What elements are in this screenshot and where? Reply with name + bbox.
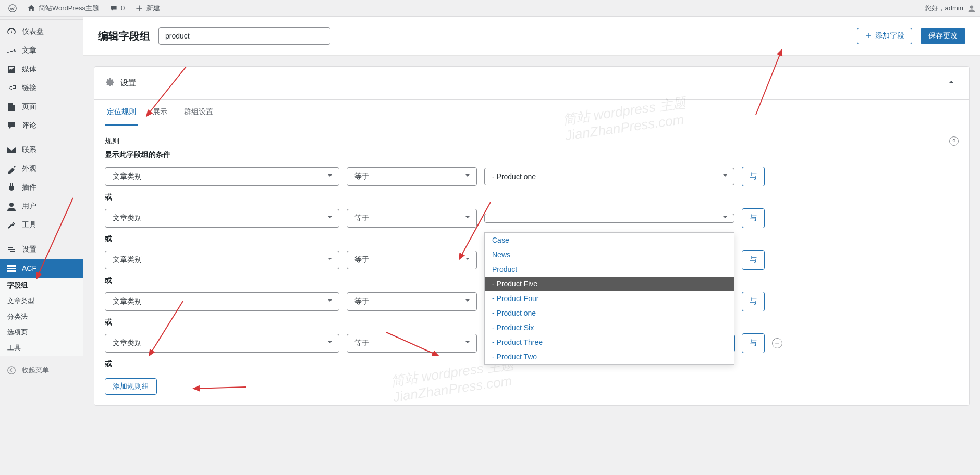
new-content-link[interactable]: 新建 [131, 0, 164, 17]
help-icon[interactable]: ? [949, 136, 959, 146]
panel-collapse-toggle[interactable] [944, 75, 959, 91]
rules-subtitle: 显示此字段组的条件 [105, 150, 959, 159]
and-button[interactable]: 与 [742, 292, 765, 311]
plus-icon [865, 32, 872, 41]
and-button[interactable]: 与 [742, 208, 765, 228]
rule-operator-select[interactable]: 等于 [347, 251, 477, 269]
collapse-icon [6, 365, 17, 376]
rule-param-select[interactable]: 文章类别 [105, 209, 339, 228]
tab-location-rules[interactable]: 定位规则 [105, 100, 138, 126]
add-field-label: 添加字段 [875, 31, 904, 41]
site-home-link[interactable]: 简站WordPress主题 [23, 0, 103, 17]
plus-icon [135, 4, 143, 12]
settings-panel: 设置 定位规则 展示 群组设置 规则 ? 显示此字段组的条件 文章类别等于- P… [94, 66, 970, 406]
add-rule-group-button[interactable]: 添加规则组 [105, 378, 157, 395]
rule-operator-select[interactable]: 等于 [347, 167, 477, 186]
wp-logo[interactable] [4, 0, 21, 17]
and-button[interactable]: 与 [742, 250, 765, 270]
rule-value-select[interactable]: - Product one [484, 168, 734, 185]
svg-rect-5 [7, 270, 16, 272]
sidebar-item-label: 工具 [22, 220, 36, 230]
submenu-item[interactable]: 工具 [0, 340, 83, 356]
dropdown-option[interactable]: - Product Six [485, 320, 734, 335]
tab-display[interactable]: 展示 [151, 100, 169, 126]
dropdown-option[interactable]: - Product Two [485, 349, 734, 364]
main-content: 编辑字段组 添加字段 保存更改 设置 定位规则 展示 群组设置 规则 ? [83, 17, 980, 406]
dropdown-option[interactable]: - Product Four [485, 291, 734, 306]
and-button[interactable]: 与 [742, 333, 765, 353]
sidebar-item-user[interactable]: 用户 [0, 197, 83, 216]
sidebar-item-label: 插件 [22, 183, 36, 192]
appearance-icon [6, 164, 17, 174]
rules-body: 规则 ? 显示此字段组的条件 文章类别等于- Product one与或文章类别… [94, 126, 969, 405]
sidebar-item-page[interactable]: 页面 [0, 97, 83, 116]
dropdown-option[interactable]: - Product Five [485, 277, 734, 291]
rule-row: 文章类别等于与 [105, 208, 959, 228]
sidebar-item-dashboard[interactable]: 仪表盘 [0, 22, 83, 41]
user-avatar-icon[interactable] [967, 4, 976, 12]
new-label: 新建 [146, 4, 160, 13]
mail-icon [6, 145, 17, 155]
collapse-menu[interactable]: 收起菜单 [0, 361, 83, 380]
comments-link[interactable]: 0 [105, 0, 129, 17]
sidebar-item-label: 评论 [22, 121, 36, 130]
tab-group-settings[interactable]: 群组设置 [182, 100, 215, 126]
dropdown-option[interactable]: News [485, 247, 734, 262]
value-dropdown: CaseNewsProduct- Product Five- Product F… [484, 232, 734, 365]
settings-icon [6, 244, 17, 255]
rule-row: 文章类别等于- Product one与 [105, 167, 959, 186]
sidebar-item-acf[interactable]: ACF [0, 259, 83, 278]
rule-param-select[interactable]: 文章类别 [105, 292, 339, 311]
sidebar-item-mail[interactable]: 联系 [0, 141, 83, 159]
field-group-title-input[interactable] [158, 27, 330, 45]
comment-icon [109, 4, 118, 12]
submenu-item[interactable]: 字段组 [0, 278, 83, 293]
add-field-button[interactable]: 添加字段 [857, 28, 912, 44]
dropdown-option[interactable]: - Product Three [485, 335, 734, 349]
sidebar-item-settings[interactable]: 设置 [0, 240, 83, 259]
save-button[interactable]: 保存更改 [921, 28, 965, 44]
sidebar-item-label: 仪表盘 [22, 27, 44, 36]
sidebar-item-comment[interactable]: 评论 [0, 116, 83, 135]
gear-icon [105, 77, 115, 89]
dropdown-option[interactable]: - Product one [485, 306, 734, 320]
rules-label-text: 规则 [105, 136, 119, 146]
page-title: 编辑字段组 [98, 29, 150, 43]
rule-param-select[interactable]: 文章类别 [105, 251, 339, 269]
sidebar-item-label: 设置 [22, 245, 36, 254]
acf-icon [6, 263, 17, 273]
sidebar-item-appearance[interactable]: 外观 [0, 159, 83, 178]
rule-operator-select[interactable]: 等于 [347, 334, 477, 353]
rule-row: 文章类别等于- Product FourCaseNewsProduct- Pro… [105, 333, 959, 353]
collapse-label: 收起菜单 [22, 366, 49, 375]
rule-param-select[interactable]: 文章类别 [105, 334, 339, 353]
svg-rect-3 [7, 265, 16, 267]
rule-operator-select[interactable]: 等于 [347, 292, 477, 311]
sidebar-item-label: 链接 [22, 83, 36, 93]
sidebar-item-pin[interactable]: 文章 [0, 41, 83, 60]
sidebar-item-label: 用户 [22, 202, 36, 211]
sidebar-item-link[interactable]: 链接 [0, 79, 83, 97]
remove-rule-button[interactable]: − [772, 338, 782, 348]
dropdown-option[interactable]: Product [485, 262, 734, 277]
rule-param-select[interactable]: 文章类别 [105, 167, 339, 186]
sidebar-item-tool[interactable]: 工具 [0, 216, 83, 234]
rule-operator-select[interactable]: 等于 [347, 209, 477, 228]
submenu-item[interactable]: 选项页 [0, 324, 83, 340]
submenu-item[interactable]: 文章类型 [0, 293, 83, 309]
sidebar-item-media[interactable]: 媒体 [0, 60, 83, 79]
svg-point-0 [9, 4, 16, 11]
submenu-item[interactable]: 分类法 [0, 309, 83, 324]
sidebar-item-label: 外观 [22, 164, 36, 173]
sidebar-item-plugin[interactable]: 插件 [0, 178, 83, 197]
svg-point-1 [970, 5, 973, 8]
and-button[interactable]: 与 [742, 167, 765, 186]
save-label: 保存更改 [928, 31, 958, 41]
dropdown-option[interactable]: Case [485, 233, 734, 247]
sidebar-item-label: 联系 [22, 145, 36, 155]
rule-value-select[interactable] [484, 214, 734, 223]
or-label: 或 [105, 193, 959, 202]
admin-bar-right: 您好，admin [925, 4, 976, 13]
wordpress-icon [8, 4, 17, 12]
pin-icon [6, 45, 17, 56]
